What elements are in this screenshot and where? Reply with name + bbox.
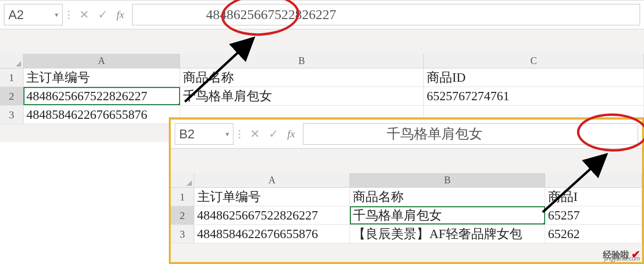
grid: A B C 1 主订单编号 商品名称 商品ID 2 48486256675228…: [0, 54, 644, 124]
table-row: 2 4848625667522826227 千鸟格单肩包女 6525767274…: [0, 87, 644, 106]
cell-A1[interactable]: 主订单编号: [23, 68, 180, 87]
fx-icon[interactable]: fx: [287, 128, 295, 140]
watermark-en: jingyanla.com: [604, 255, 640, 262]
name-box-dropdown-icon[interactable]: ▾: [226, 130, 229, 138]
cell-A2[interactable]: 4848625667522826227: [194, 206, 350, 224]
col-header-B[interactable]: B: [180, 54, 424, 68]
divider-icon: [66, 11, 71, 19]
row-header[interactable]: 2: [171, 206, 194, 224]
formula-value: 4848625667522826227: [206, 7, 336, 22]
name-box-dropdown-icon[interactable]: ▾: [55, 11, 58, 19]
cell-C1[interactable]: 商品I: [545, 188, 642, 206]
formula-bar: B2 ▾ ✕ ✓ fx 千鸟格单肩包女: [171, 119, 642, 149]
cancel-icon[interactable]: ✕: [79, 8, 89, 22]
table-row: 2 4848625667522826227 千鸟格单肩包女 65257: [171, 206, 642, 225]
formula-value: 千鸟格单肩包女: [387, 125, 483, 143]
formula-bar-buttons: ✕ ✓ fx: [245, 127, 300, 141]
col-header-C-partial[interactable]: [545, 173, 642, 187]
table-row: 1 主订单编号 商品名称 商品ID: [0, 68, 644, 87]
cell-B3[interactable]: 【良辰美景】AF轻奢品牌女包: [350, 225, 545, 243]
column-headers: A B C: [0, 54, 644, 68]
table-row: 1 主订单编号 商品名称 商品I: [171, 188, 642, 206]
cell-A2-selected[interactable]: 4848625667522826227: [23, 87, 180, 105]
formula-bar: A2 ▾ ✕ ✓ fx 4848625667522826227: [0, 0, 644, 29]
name-box-value: B2: [179, 127, 195, 142]
col-header-A[interactable]: A: [23, 54, 180, 68]
name-box[interactable]: A2 ▾: [4, 4, 63, 25]
formula-bar-input[interactable]: 千鸟格单肩包女: [303, 123, 638, 145]
cell-A3[interactable]: 4848584622676655876: [194, 225, 350, 243]
select-all-corner[interactable]: [0, 54, 23, 68]
select-all-corner[interactable]: [171, 173, 194, 187]
name-box-value: A2: [8, 7, 24, 22]
formula-bar-input[interactable]: 4848625667522826227: [132, 4, 640, 25]
cell-B2[interactable]: 千鸟格单肩包女: [180, 87, 424, 105]
cell-C1[interactable]: 商品ID: [424, 68, 644, 87]
cell-B1[interactable]: 商品名称: [180, 68, 424, 87]
col-header-A[interactable]: A: [194, 173, 350, 187]
cell-A1[interactable]: 主订单编号: [194, 188, 350, 206]
enter-icon[interactable]: ✓: [269, 127, 278, 141]
cell-A3[interactable]: 4848584622676655876: [23, 106, 180, 124]
divider-icon: [236, 130, 242, 138]
watermark: 经验啦 ✔ jingyanla.com: [603, 248, 640, 261]
row-header[interactable]: 1: [0, 68, 23, 87]
row-header[interactable]: 1: [171, 188, 194, 206]
grid: A B 1 主订单编号 商品名称 商品I 2 48486256675228262…: [171, 173, 642, 243]
col-header-B[interactable]: B: [350, 173, 545, 187]
cell-C2[interactable]: 65257: [545, 206, 642, 224]
formula-bar-buttons: ✕ ✓ fx: [74, 8, 129, 22]
row-header[interactable]: 2: [0, 87, 23, 105]
column-headers: A B: [171, 173, 642, 188]
row-header[interactable]: 3: [0, 106, 23, 124]
enter-icon[interactable]: ✓: [98, 8, 108, 22]
table-row: 3 4848584622676655876 【良辰美景】AF轻奢品牌女包 652…: [171, 225, 642, 243]
col-header-C[interactable]: C: [424, 54, 644, 68]
name-box[interactable]: B2 ▾: [175, 123, 233, 145]
cell-B1[interactable]: 商品名称: [350, 188, 545, 206]
fx-icon[interactable]: fx: [116, 8, 124, 21]
cell-B2-selected[interactable]: 千鸟格单肩包女: [350, 206, 545, 224]
cell-C2[interactable]: 6525767274761: [424, 87, 644, 105]
excel-window-2: B2 ▾ ✕ ✓ fx 千鸟格单肩包女 A B 1 主订单编号 商品名称 商品I…: [169, 117, 644, 264]
row-header[interactable]: 3: [171, 225, 194, 243]
cell-C3[interactable]: 65262: [545, 225, 642, 243]
cancel-icon[interactable]: ✕: [250, 127, 260, 141]
